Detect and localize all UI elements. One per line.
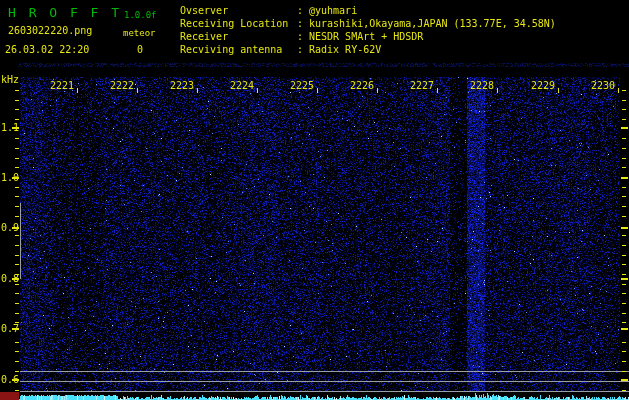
time-tick-label: 2226 — [349, 80, 374, 91]
time-tick-label: 2228 — [469, 80, 494, 91]
hrofft-window: H R O F F T 1.0.0f 2603022220.png meteor… — [0, 0, 629, 400]
station-info-row: Receiving Location:kurashiki,Okayama,JAP… — [180, 17, 556, 30]
station-info-label: Receiving Location — [180, 17, 297, 30]
time-tick-label: 2222 — [109, 80, 134, 91]
station-info-value: kurashiki,Okayama,JAPAN (133.77E, 34.58N… — [309, 17, 556, 30]
station-info-separator: : — [297, 17, 309, 30]
time-tick-label: 2227 — [409, 80, 434, 91]
station-info-row: Ovserver:@yuhmari — [180, 4, 556, 17]
station-info-label: Ovserver — [180, 4, 297, 17]
freq-tick-label: 1.1 — [1, 122, 19, 133]
station-info-separator: : — [297, 43, 309, 56]
time-tick-label: 2221 — [49, 80, 74, 91]
datetime-label: 26.03.02 22:20 — [5, 44, 89, 55]
time-tick-label: 2224 — [229, 80, 254, 91]
station-info-label: Receiver — [180, 30, 297, 43]
time-tick-label: 2223 — [169, 80, 194, 91]
freq-tick-label: 0.7 — [1, 323, 19, 334]
freq-axis-unit-label: kHz — [1, 74, 19, 85]
time-tick-label: 2230 — [590, 80, 615, 91]
meteor-counter-value: 0 — [137, 44, 143, 55]
station-info-separator: : — [297, 4, 309, 17]
freq-tick-label: 1.0 — [1, 172, 19, 183]
meteor-counter-label: meteor — [123, 28, 156, 38]
time-tick-label: 2225 — [289, 80, 314, 91]
station-info-row: Recviving antenna:Radix RY-62V — [180, 43, 556, 56]
freq-tick-label: 0.9 — [1, 222, 19, 233]
station-info-separator: : — [297, 30, 309, 43]
station-info-row: Receiver:NESDR SMArt + HDSDR — [180, 30, 556, 43]
output-filename-label: 2603022220.png — [8, 25, 92, 36]
freq-tick-label: 0.6 — [1, 374, 19, 385]
station-info-value: Radix RY-62V — [309, 43, 381, 56]
station-info-label: Recviving antenna — [180, 43, 297, 56]
spectrogram-canvas — [0, 0, 629, 400]
station-info-value: @yuhmari — [309, 4, 357, 17]
app-title: H R O F F T — [8, 5, 122, 20]
station-info: Ovserver:@yuhmariReceiving Location:kura… — [180, 4, 556, 56]
time-tick-label: 2229 — [530, 80, 555, 91]
app-version-label: 1.0.0f — [124, 10, 157, 20]
freq-tick-label: 0.8 — [1, 273, 19, 284]
station-info-value: NESDR SMArt + HDSDR — [309, 30, 423, 43]
